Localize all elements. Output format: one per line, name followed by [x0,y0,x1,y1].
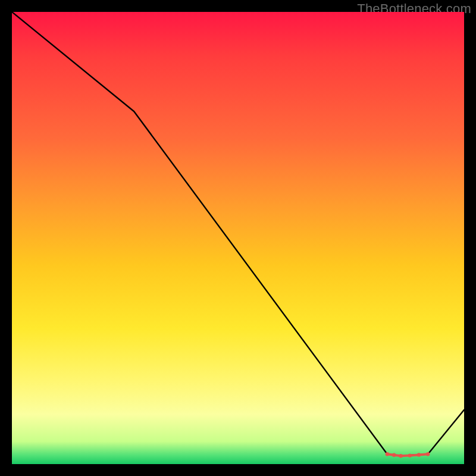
svg-point-2 [399,454,402,458]
svg-point-1 [392,453,396,457]
chart-svg [12,12,464,464]
chart-frame: TheBottleneck.com [0,0,476,476]
plot-area [12,12,464,464]
svg-point-5 [426,452,430,456]
svg-point-4 [417,453,421,456]
flat-segment-markers [386,452,430,458]
svg-point-3 [408,453,412,457]
svg-point-0 [386,452,389,456]
curve-line [12,12,464,456]
